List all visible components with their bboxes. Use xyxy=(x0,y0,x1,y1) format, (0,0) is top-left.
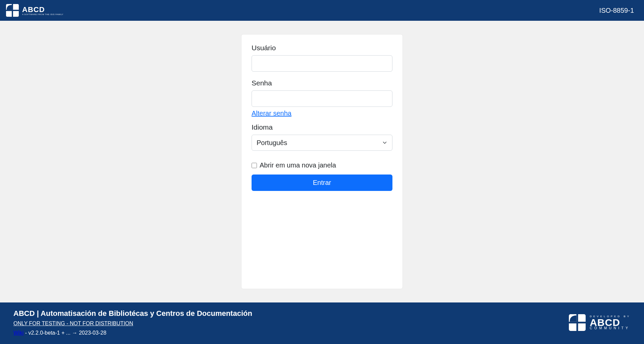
language-label: Idioma xyxy=(252,123,392,131)
language-select[interactable]: Português xyxy=(252,135,392,151)
username-input[interactable] xyxy=(252,55,392,72)
app-header: ABCD A SOFTWARE FROM THE ISIS FAMILY ISO… xyxy=(0,0,644,21)
community-abcd-label: ABCD xyxy=(590,318,631,327)
submit-button[interactable]: Entrar xyxy=(252,175,392,191)
footer-right: DEVELOPED BY ABCD COMMUNITY xyxy=(569,314,631,331)
wiki-link[interactable]: Wiki xyxy=(13,330,23,336)
footer-title: ABCD | Automatisación de Bibliotécas y C… xyxy=(13,309,252,318)
version-text: - v2.2.0-beta-1 + ... → 2023-03-28 xyxy=(23,330,106,336)
header-left: ABCD A SOFTWARE FROM THE ISIS FAMILY xyxy=(6,4,63,17)
app-title: ABCD xyxy=(22,5,45,14)
password-label: Senha xyxy=(252,79,392,87)
app-footer: ABCD | Automatisación de Bibliotécas y C… xyxy=(0,302,644,344)
abcd-logo-icon xyxy=(6,4,19,17)
change-password-link[interactable]: Alterar senha xyxy=(252,110,291,117)
new-window-checkbox[interactable] xyxy=(252,163,257,168)
app-subtitle: A SOFTWARE FROM THE ISIS FAMILY xyxy=(22,13,63,15)
svg-rect-2 xyxy=(6,10,19,11)
community-sub-label: COMMUNITY xyxy=(590,327,631,330)
community-text-block: DEVELOPED BY ABCD COMMUNITY xyxy=(590,315,631,330)
testing-notice: ONLY FOR TESTING - NOT FOR DISTRIBUTION xyxy=(13,321,133,327)
abcd-community-logo-icon xyxy=(569,314,586,331)
login-card: Usuário Senha Alterar senha Idioma Portu… xyxy=(241,34,403,289)
new-window-label[interactable]: Abrir em uma nova janela xyxy=(260,161,336,169)
main-content: Usuário Senha Alterar senha Idioma Portu… xyxy=(0,21,644,302)
footer-left: ABCD | Automatisación de Bibliotécas y C… xyxy=(13,309,252,336)
footer-version-row: Wiki - v2.2.0-beta-1 + ... → 2023-03-28 xyxy=(13,330,252,336)
username-label: Usuário xyxy=(252,44,392,52)
password-input[interactable] xyxy=(252,90,392,107)
svg-rect-5 xyxy=(569,322,586,324)
encoding-label: ISO-8859-1 xyxy=(599,7,634,14)
